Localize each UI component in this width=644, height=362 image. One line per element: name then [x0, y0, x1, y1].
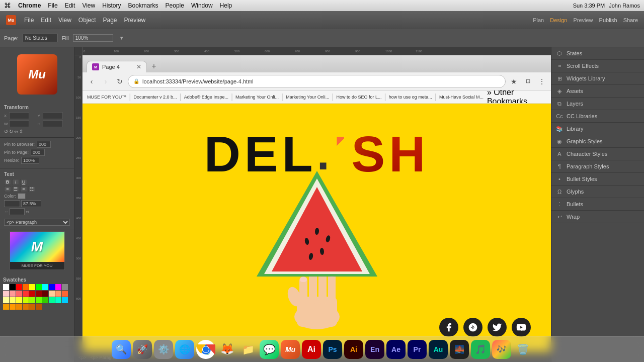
swatch-extra-1[interactable]	[16, 304, 22, 310]
apple-menu[interactable]: ⌘	[4, 2, 11, 10]
chrome-back-btn[interactable]: ‹	[86, 75, 98, 87]
dock-muse[interactable]: Mu	[281, 340, 300, 359]
chrome-cast-btn[interactable]: ⊡	[522, 75, 534, 87]
transform-y-input[interactable]	[43, 112, 63, 119]
muse-menu-edit[interactable]: Edit	[41, 17, 51, 24]
swatch-7[interactable]	[49, 284, 55, 290]
swatch-extra-4[interactable]	[36, 304, 42, 310]
swatch-1[interactable]	[10, 284, 16, 290]
chrome-bookmark-social[interactable]: Must-Have Social M...	[438, 95, 485, 100]
chrome-bookmark-muse[interactable]: MUSE FOR YOU™	[86, 95, 128, 100]
muse-mode-plan[interactable]: Plan	[533, 17, 544, 23]
muse-btn-publish[interactable]: Publish	[599, 17, 617, 23]
dock-after-effects[interactable]: Ae	[386, 340, 406, 359]
chrome-forward-btn[interactable]: ›	[100, 75, 112, 87]
swatch-29[interactable]	[62, 297, 68, 303]
right-panel-wrap[interactable]: ↩ Wrap	[551, 211, 644, 223]
dock-safari[interactable]: 🌐	[175, 340, 194, 359]
swatch-2[interactable]	[16, 284, 22, 290]
menu-history[interactable]: History	[102, 2, 121, 9]
line-height-input[interactable]	[21, 200, 41, 207]
right-panel-glyphs[interactable]: Ω Glyphs	[551, 186, 644, 198]
rotate-right-icon[interactable]: ↻	[9, 129, 13, 134]
swatch-24[interactable]	[29, 297, 35, 303]
align-right-btn[interactable]: ≡	[20, 186, 27, 192]
muse-btn-share[interactable]: Share	[623, 17, 638, 23]
right-panel-bullets[interactable]: ⁚ Bullets	[551, 198, 644, 211]
right-panel-layers[interactable]: ⧉ Layers	[551, 98, 644, 110]
swatch-11[interactable]	[10, 291, 16, 297]
letter-spacing-input[interactable]	[10, 208, 25, 215]
paragraph-tag-select[interactable]: <p> Paragraph	[4, 219, 70, 226]
dock-finder-files[interactable]: 🎶	[492, 340, 511, 359]
flip-h-icon[interactable]: ⇔	[14, 129, 18, 134]
chrome-new-tab-btn[interactable]: +	[147, 60, 161, 72]
resize-input[interactable]	[21, 157, 39, 164]
toolbar-fill-input[interactable]	[73, 34, 113, 42]
youtube-icon-btn[interactable]	[512, 318, 531, 337]
right-panel-widgets[interactable]: ⊞ Widgets Library	[551, 72, 644, 85]
chrome-bookmark-marketing2[interactable]: Marketing Your Onli...	[284, 95, 331, 100]
menu-bookmarks[interactable]: Bookmarks	[128, 2, 158, 9]
swatch-5[interactable]	[36, 284, 42, 290]
swatch-3[interactable]	[23, 284, 29, 290]
chrome-tab-active[interactable]: M Page 4 ✕	[87, 61, 147, 72]
dock-premiere[interactable]: Pr	[408, 340, 427, 359]
transform-h-input[interactable]	[43, 120, 63, 127]
swatch-13[interactable]	[23, 291, 29, 297]
menu-help[interactable]: Help	[220, 2, 232, 9]
align-left-btn[interactable]: ≡	[4, 186, 11, 192]
swatch-8[interactable]	[55, 284, 61, 290]
chrome-tab-close-btn[interactable]: ✕	[136, 63, 141, 70]
swatch-extra-0[interactable]	[10, 304, 16, 310]
dock-firefox[interactable]: 🦊	[217, 340, 236, 359]
chrome-address-bar[interactable]: 🔒 localhost:33334/Preview/website/page-4…	[128, 75, 506, 88]
align-justify-btn[interactable]: ☷	[28, 186, 35, 192]
muse-for-you-card[interactable]: M MUSE FOR YOU	[10, 231, 65, 270]
swatch-9[interactable]	[62, 284, 68, 290]
chrome-more-bookmarks[interactable]: » Other Bookmarks	[487, 90, 548, 104]
right-panel-cc-libraries[interactable]: Cc CC Libraries	[551, 110, 644, 123]
right-panel-paragraph-styles[interactable]: ¶ Paragraph Styles	[551, 160, 644, 173]
swatch-30[interactable]	[3, 304, 9, 310]
dock-system-prefs[interactable]: ⚙️	[154, 340, 173, 359]
pin-page-input[interactable]	[31, 149, 45, 156]
dock-audition[interactable]: Au	[429, 340, 448, 359]
swatch-4[interactable]	[29, 284, 35, 290]
right-panel-scroll-effects[interactable]: ≈ Scroll Effects	[551, 60, 644, 72]
dock-chrome[interactable]	[196, 340, 215, 359]
muse-menu-page[interactable]: Page	[103, 17, 117, 24]
swatch-16[interactable]	[42, 291, 48, 297]
swatch-17[interactable]	[49, 291, 55, 297]
right-panel-bullet-styles[interactable]: • Bullet Styles	[551, 173, 644, 186]
toolbar-page-input[interactable]	[23, 34, 58, 42]
swatch-18[interactable]	[55, 291, 61, 297]
chrome-bookmark-documenter[interactable]: Documenter v 2.0 b...	[132, 95, 179, 100]
dock-filezilla[interactable]: 📁	[238, 340, 258, 359]
chrome-more-btn[interactable]: ⋮	[536, 75, 548, 87]
muse-menu-file[interactable]: File	[24, 17, 34, 24]
swatch-14[interactable]	[29, 291, 35, 297]
dock-illustrator[interactable]: Ai	[344, 340, 363, 359]
swatch-extra-2[interactable]	[23, 304, 29, 310]
google-plus-icon-btn[interactable]: g+	[463, 318, 482, 337]
dock-trash[interactable]: 🗑️	[513, 340, 532, 359]
transform-x-input[interactable]	[9, 112, 29, 119]
right-panel-character-styles[interactable]: A Character Styles	[551, 148, 644, 160]
swatch-extra-3[interactable]	[29, 304, 35, 310]
muse-menu-preview[interactable]: Preview	[124, 17, 146, 24]
swatch-10[interactable]	[3, 291, 9, 297]
transform-w-input[interactable]	[9, 120, 29, 127]
swatch-12[interactable]	[16, 291, 22, 297]
swatch-26[interactable]	[42, 297, 48, 303]
right-panel-assets[interactable]: ◈ Assets	[551, 85, 644, 98]
rotate-left-icon[interactable]: ↺	[4, 129, 8, 134]
swatch-23[interactable]	[23, 297, 29, 303]
right-panel-states[interactable]: ⬡ States	[551, 47, 644, 60]
bold-btn[interactable]: B	[4, 179, 11, 185]
align-center-btn[interactable]: ☰	[12, 186, 19, 192]
menu-people[interactable]: People	[166, 2, 184, 9]
muse-menu-object[interactable]: Object	[78, 17, 96, 24]
swatch-22[interactable]	[16, 297, 22, 303]
dock-bridge[interactable]: 🌉	[450, 340, 469, 359]
